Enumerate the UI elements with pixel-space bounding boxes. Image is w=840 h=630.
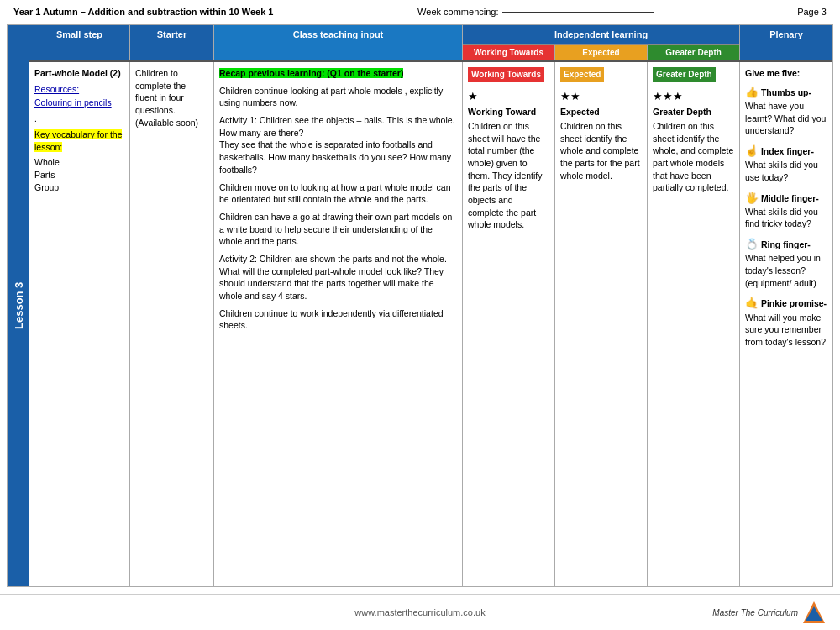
- plenary-icon-3: 💍: [745, 238, 759, 250]
- wt-text: Children on this sheet will have the tot…: [468, 120, 549, 231]
- footer: www.masterthecurriculum.co.uk Master The…: [0, 594, 840, 630]
- table-area: Small step Starter Class teaching input …: [29, 25, 832, 586]
- cell-working-towards: Working Towards ★ Working Toward Childre…: [463, 62, 555, 586]
- plenary-text-4: What will you make sure you remember fro…: [745, 312, 826, 347]
- col-header-greater-depth: Greater Depth: [648, 45, 739, 60]
- col-header-starter: Starter: [130, 25, 214, 60]
- plenary-label-0: Thumbs up-: [761, 87, 811, 97]
- vocab-parts: Parts: [34, 169, 124, 181]
- plenary-text-3: What helped you in today's lesson? (equi…: [745, 253, 821, 287]
- vocab-whole: Whole: [34, 156, 124, 169]
- content-row: Part-whole Model (2) Resources: Colourin…: [29, 62, 832, 586]
- gd-badge: Greater Depth: [653, 67, 716, 82]
- cell-greater-depth: Greater Depth ★★★ Greater Depth Children…: [648, 62, 740, 586]
- gd-stars: ★★★: [653, 89, 734, 104]
- wt-star: ★: [468, 89, 549, 104]
- week-commencing: Week commencing:: [417, 7, 653, 17]
- class-teaching-p5: Activity 2: Children are shown the parts…: [219, 253, 457, 302]
- plenary-icon-4: 🤙: [745, 297, 759, 309]
- col-header-independent: Independent learning: [463, 25, 739, 45]
- main-content: Lesson 3 Small step Starter Class teachi…: [7, 24, 833, 587]
- plenary-text-0: What have you learnt? What did you under…: [745, 101, 826, 135]
- class-teaching-highlight: Recap previous learning: (Q1 on the star…: [219, 68, 403, 78]
- wt-badge: Working Towards: [468, 67, 544, 82]
- cell-starter: Children to complete the fluent in four …: [130, 62, 214, 586]
- plenary-label-2: Middle finger-: [761, 193, 819, 203]
- plenary-item-1: ☝ Index finger- What skills did you use …: [745, 144, 827, 184]
- independent-sub-headers: Working Towards Expected Greater Depth: [463, 45, 739, 60]
- class-teaching-p1: Children continue looking at part whole …: [219, 85, 457, 109]
- plenary-label-4: Pinkie promise-: [761, 298, 827, 308]
- col-header-expected: Expected: [555, 45, 648, 60]
- plenary-item-0: 👍 Thumbs up- What have you learnt? What …: [745, 85, 827, 137]
- resource1: Colouring in pencils: [34, 97, 112, 108]
- vocab-list: Whole Parts Group: [34, 156, 124, 193]
- footer-logo-area: Master The Curriculum: [555, 600, 827, 625]
- week-commencing-label: Week commencing:: [417, 7, 498, 17]
- vocab-group: Group: [34, 181, 124, 194]
- wt-label: Working Toward: [468, 106, 549, 118]
- plenary-text-2: What skills did you find tricky today?: [745, 207, 818, 229]
- lesson-label: Lesson 3: [8, 25, 29, 586]
- logo-icon: [801, 600, 827, 625]
- plenary-item-3: 💍 Ring finger- What helped you in today'…: [745, 237, 827, 289]
- class-teaching-p3: Children move on to looking at how a par…: [219, 181, 457, 206]
- plenary-icon-2: 🖐: [745, 192, 759, 204]
- exp-badge: Expected: [560, 67, 604, 82]
- class-teaching-p2: Activity 1: Children see the objects – b…: [219, 114, 457, 176]
- plenary-item-4: 🤙 Pinkie promise- What will you make sur…: [745, 296, 827, 348]
- exp-text: Children on this sheet identify the whol…: [560, 120, 642, 181]
- cell-expected: Expected ★★ Expected Children on this sh…: [555, 62, 648, 586]
- small-step-title: Part-whole Model (2): [34, 67, 124, 80]
- gd-text: Children on this sheet identify the whol…: [653, 120, 734, 194]
- top-header: Year 1 Autumn – Addition and subtraction…: [0, 0, 840, 24]
- footer-logo-text: Master The Curriculum: [712, 608, 798, 617]
- cell-small-step: Part-whole Model (2) Resources: Colourin…: [29, 62, 130, 586]
- page-wrapper: Year 1 Autumn – Addition and subtraction…: [0, 0, 840, 630]
- plenary-item-2: 🖐 Middle finger- What skills did you fin…: [745, 191, 827, 231]
- plenary-icon-0: 👍: [745, 86, 759, 98]
- plenary-title: Give me five:: [745, 67, 827, 80]
- plenary-label-3: Ring finger-: [761, 239, 811, 249]
- resources-label: Resources:: [34, 84, 79, 94]
- col-header-small-step: Small step: [29, 25, 130, 60]
- exp-label: Expected: [560, 106, 642, 118]
- col-header-working-towards: Working Towards: [463, 45, 555, 60]
- cell-class-teaching: Recap previous learning: (Q1 on the star…: [214, 62, 463, 586]
- plenary-text-1: What skills did you use today?: [745, 160, 818, 182]
- page-title: Year 1 Autumn – Addition and subtraction…: [13, 7, 273, 17]
- cell-plenary: Give me five: 👍 Thumbs up- What have you…: [740, 62, 832, 586]
- class-teaching-p4: Children can have a go at drawing their …: [219, 211, 457, 248]
- page-number: Page 3: [797, 7, 827, 17]
- plenary-label-1: Index finger-: [761, 146, 814, 156]
- col-header-plenary: Plenary: [740, 25, 832, 60]
- independent-header-group: Independent learning Working Towards Exp…: [463, 25, 740, 60]
- footer-url: www.masterthecurriculum.co.uk: [285, 607, 556, 617]
- gd-label: Greater Depth: [653, 106, 734, 118]
- key-vocab-label: Key vocabulary for the lesson:: [34, 129, 122, 152]
- starter-text: Children to complete the fluent in four …: [135, 68, 198, 128]
- exp-stars: ★★: [560, 89, 642, 104]
- class-teaching-p6: Children continue to work independently …: [219, 307, 457, 332]
- col-header-class-teaching: Class teaching input: [214, 25, 463, 60]
- plenary-icon-1: ☝: [745, 144, 759, 157]
- header-row: Small step Starter Class teaching input …: [29, 25, 832, 62]
- week-line: [502, 12, 654, 13]
